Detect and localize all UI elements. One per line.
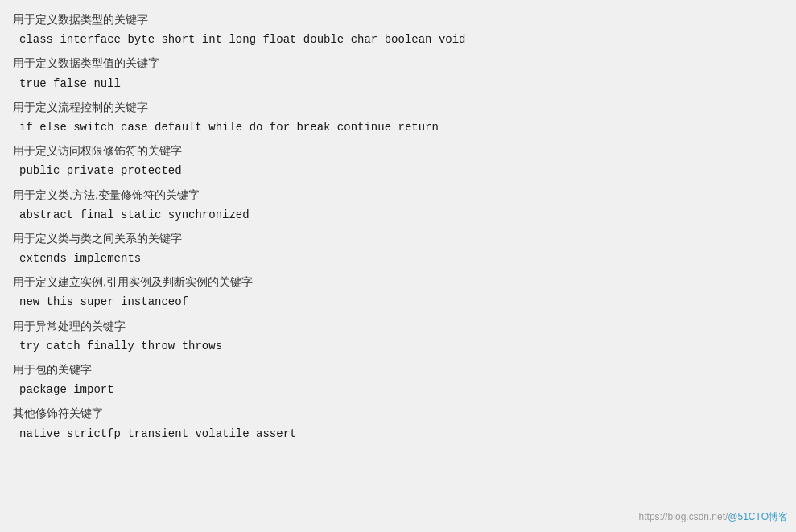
section-code-flow-control: if else switch case default while do for…: [13, 118, 783, 138]
watermark-text2: @51CTO博客: [728, 511, 788, 522]
section-title-instance: 用于定义建立实例,引用实例及判断实例的关键字: [13, 272, 783, 292]
sections-container: 用于定义数据类型的关键字 class interface byte short …: [13, 10, 783, 444]
section-flow-control: 用于定义流程控制的关键字 if else switch case default…: [13, 97, 783, 138]
section-code-package: package import: [13, 380, 783, 400]
section-title-exception: 用于异常处理的关键字: [13, 316, 783, 336]
section-title-package: 用于包的关键字: [13, 360, 783, 380]
section-code-data-types: class interface byte short int long floa…: [13, 30, 783, 50]
section-code-access-modifiers: public private protected: [13, 161, 783, 181]
section-title-data-type-values: 用于定义数据类型值的关键字: [13, 53, 783, 73]
section-title-class-method-var: 用于定义类,方法,变量修饰符的关键字: [13, 185, 783, 205]
section-title-class-relationship: 用于定义类与类之间关系的关键字: [13, 229, 783, 249]
section-code-exception: try catch finally throw throws: [13, 336, 783, 357]
section-title-flow-control: 用于定义流程控制的关键字: [13, 97, 783, 118]
section-access-modifiers: 用于定义访问权限修饰符的关键字 public private protected: [13, 141, 783, 181]
watermark: https://blog.csdn.net/@51CTO博客: [639, 510, 788, 524]
section-package: 用于包的关键字 package import: [13, 360, 783, 400]
section-code-class-relationship: extends implements: [13, 249, 783, 269]
section-code-other-modifiers: native strictfp transient volatile asser…: [13, 424, 783, 444]
section-title-other-modifiers: 其他修饰符关键字: [13, 403, 783, 423]
section-class-method-var: 用于定义类,方法,变量修饰符的关键字 abstract final static…: [13, 185, 783, 225]
main-container: 用于定义数据类型的关键字 class interface byte short …: [0, 0, 796, 532]
section-data-type-values: 用于定义数据类型值的关键字 true false null: [13, 53, 783, 93]
section-class-relationship: 用于定义类与类之间关系的关键字 extends implements: [13, 229, 783, 269]
watermark-text1: https://blog.csdn.net/: [639, 511, 728, 522]
section-exception: 用于异常处理的关键字 try catch finally throw throw…: [13, 316, 783, 357]
section-instance: 用于定义建立实例,引用实例及判断实例的关键字new this super ins…: [13, 272, 783, 312]
section-other-modifiers: 其他修饰符关键字 native strictfp transient volat…: [13, 403, 783, 443]
section-data-types: 用于定义数据类型的关键字 class interface byte short …: [13, 10, 783, 50]
section-title-data-types: 用于定义数据类型的关键字: [13, 10, 783, 30]
section-title-access-modifiers: 用于定义访问权限修饰符的关键字: [13, 141, 783, 161]
section-code-instance: new this super instanceof: [13, 292, 783, 312]
section-code-class-method-var: abstract final static synchronized: [13, 205, 783, 225]
section-code-data-type-values: true false null: [13, 74, 783, 94]
